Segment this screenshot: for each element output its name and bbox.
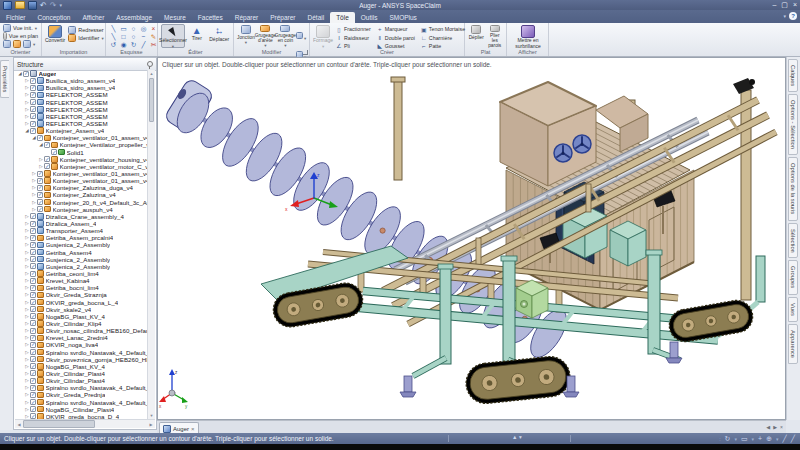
crawler-track[interactable]: [464, 355, 572, 406]
tree-item[interactable]: ▷Kontejner_ventilator_01_assem_v4: [15, 177, 148, 184]
fan-2[interactable]: [573, 135, 591, 153]
visibility-checkbox[interactable]: [44, 142, 50, 148]
qat-customize-icon[interactable]: ▾: [59, 2, 62, 8]
tree-item[interactable]: ▷Getriba_bocni_lim4: [15, 284, 148, 291]
tree-item[interactable]: ▷Spiralno svrdlo_Nastavak_4_Default_3c_A: [15, 384, 148, 391]
pin-icon[interactable]: [147, 61, 153, 67]
vertical-scroll-thumb[interactable]: [149, 78, 154, 122]
tree-item[interactable]: ◢Kontejner_ventilator_01_assem_v4: [15, 134, 148, 141]
zoom-window-icon[interactable]: ▭: [741, 434, 748, 444]
visibility-checkbox[interactable]: [30, 328, 36, 334]
sketch-line-icon[interactable]: ╲: [109, 25, 118, 33]
visibility-checkbox[interactable]: [30, 320, 36, 326]
tree-item[interactable]: ▷Okvir_Cilindar_Plast4: [15, 377, 148, 384]
zoom-extents-icon[interactable]: ⊕: [766, 434, 772, 444]
vue-en-plan-button[interactable]: Vue en plan: [3, 32, 38, 40]
visibility-checkbox[interactable]: [30, 356, 36, 362]
visibility-checkbox[interactable]: [30, 335, 36, 341]
ribbon-tab-fichier[interactable]: Fichier: [0, 12, 32, 23]
scroll-up-icon[interactable]: ▲: [148, 70, 155, 77]
spin-icon[interactable]: [3, 40, 11, 48]
pan-icon[interactable]: [23, 40, 31, 48]
open-folder-icon[interactable]: [15, 1, 25, 9]
selectionner-button[interactable]: Sélectionner: [161, 24, 185, 48]
spin-dd-icon[interactable]: ▾: [734, 434, 737, 444]
tab-options-de-la-souris[interactable]: Options de la souris: [788, 157, 798, 220]
tree-item[interactable]: ▷OKVIR_noga_liva4: [15, 341, 148, 348]
tree-item[interactable]: ▷REFLEKTOR_ASSEM: [15, 120, 148, 127]
tree-item[interactable]: ▷Spiralno svrdlo_Nastavak_4_Default_3c_A: [15, 398, 148, 405]
scroll-left-icon[interactable]: ◀: [15, 422, 23, 427]
visibility-checkbox[interactable]: [30, 85, 36, 91]
redresser-button[interactable]: Redresser: [68, 26, 103, 34]
tree-item[interactable]: ▷Dizalica_Crane_assembly_4: [15, 213, 148, 220]
ribbon-tab-mesure[interactable]: Mesure: [158, 12, 192, 23]
ruler-icon[interactable]: ╱: [791, 434, 795, 444]
surbrillance-button[interactable]: Mettre en surbrillance: [510, 24, 546, 49]
visibility-checkbox[interactable]: [30, 221, 36, 227]
plier-parois-button[interactable]: Plier les parois: [487, 24, 504, 48]
sketch-point-icon[interactable]: ◉: [119, 41, 128, 49]
visibility-checkbox[interactable]: [37, 178, 43, 184]
sketch-rotate-icon[interactable]: ↻: [129, 41, 138, 49]
tree-item[interactable]: ▷Kontejner_ventilator_housing_v4: [15, 156, 148, 163]
tree-item[interactable]: ▷Okvir_nosac_cilindra_HEB160_Default_3c: [15, 327, 148, 334]
sketch-diagonal-icon[interactable]: ╲: [109, 33, 118, 41]
ribbon-tab-détail[interactable]: Détail: [302, 12, 331, 23]
tab-scroll-left-icon[interactable]: ◀: [766, 424, 770, 430]
tree-item[interactable]: ▷Gusjenica_2_Assembly: [15, 241, 148, 248]
ribbon-tab-assemblage[interactable]: Assemblage: [110, 12, 158, 23]
app-icon[interactable]: [3, 1, 12, 10]
tree-item[interactable]: ▷Busilica_sidro_assem_v4: [15, 77, 148, 84]
tenon-mortaise-button[interactable]: ▣Tenon Mortaise: [421, 25, 465, 33]
minimize-button[interactable]: –: [772, 1, 776, 9]
visibility-checkbox[interactable]: [44, 156, 50, 162]
sketch-rect2-icon[interactable]: □: [119, 33, 128, 41]
tree-item[interactable]: ▷Transporter_Assem4: [15, 227, 148, 234]
visibility-checkbox[interactable]: [44, 163, 50, 169]
tree-item[interactable]: ▷NogaBG_Cilindar_Plast4: [15, 406, 148, 413]
tab-proprietes[interactable]: Propriétés: [0, 60, 9, 98]
deplier-button[interactable]: Déplier: [468, 24, 485, 48]
tab-s-lection[interactable]: Sélection: [788, 223, 798, 259]
ribbon-tab-conception[interactable]: Conception: [32, 12, 77, 23]
outrigger-foot[interactable]: [400, 376, 416, 397]
tree-item[interactable]: ▷Kontejner_ventilator_motor_C_v4: [15, 163, 148, 170]
sketch-spline-icon[interactable]: ~: [139, 33, 148, 41]
visibility-checkbox[interactable]: [30, 128, 36, 134]
tree-item[interactable]: ▷REFLEKTOR_ASSEM: [15, 106, 148, 113]
tree-item[interactable]: ◢Kontejner_Assem_v4: [15, 127, 148, 134]
viewport-3d[interactable]: Cliquer sur un objet. Double-cliquer pou…: [157, 57, 786, 420]
tab-calques[interactable]: Calques: [788, 59, 798, 92]
fan-1[interactable]: [554, 144, 572, 162]
redo-icon[interactable]: ↷: [50, 2, 57, 9]
tree-item[interactable]: ▷Dizalica_Assem_4: [15, 220, 148, 227]
tab-apparence[interactable]: Apparence: [788, 324, 798, 364]
visibility-checkbox[interactable]: [30, 228, 36, 234]
zoom-icon[interactable]: [13, 40, 21, 48]
tree-item[interactable]: ▷Okvir_Greda_Straznja: [15, 291, 148, 298]
tree-item[interactable]: ▷REFLEKTOR_ASSEM: [15, 113, 148, 120]
sketch-pencil-icon[interactable]: ✎: [149, 33, 158, 41]
convertir-button[interactable]: Convertir: [45, 24, 65, 48]
visibility-checkbox[interactable]: [30, 235, 36, 241]
visibility-checkbox[interactable]: [37, 135, 43, 141]
model-canvas[interactable]: x z z x y: [158, 58, 785, 419]
visibility-checkbox[interactable]: [30, 378, 36, 384]
tree-item[interactable]: ▷Okvir_skale2_v4: [15, 306, 148, 313]
visibility-checkbox[interactable]: [37, 199, 43, 205]
visibility-checkbox[interactable]: [30, 285, 36, 291]
tree-item[interactable]: ▷Getriba_ceoni_lim4: [15, 270, 148, 277]
tree-item[interactable]: ▷Getriba_Assem4: [15, 249, 148, 256]
tree-item[interactable]: ▷Krevet_Lanac_2redni4: [15, 334, 148, 341]
orient-tools[interactable]: [3, 40, 38, 48]
ribbon-options-icon[interactable]: ▾: [783, 13, 786, 19]
ribbon-tab-facettes[interactable]: Facettes: [192, 12, 229, 23]
tirer-button[interactable]: ▲ Tirer: [186, 24, 208, 48]
tree-item[interactable]: ▷Krevet_Kabina4: [15, 277, 148, 284]
sketch-rectangle-icon[interactable]: ▭: [119, 25, 128, 33]
tree-item[interactable]: ▷OKVIR_greda_bocna_L_4: [15, 299, 148, 306]
tree-item[interactable]: ◢Auger: [15, 70, 148, 77]
tree-item[interactable]: ▷Kontejner_ventilator_01_assem_v4: [15, 170, 148, 177]
tree-item[interactable]: ▷NogaBG_Plast_KV_4: [15, 363, 148, 370]
